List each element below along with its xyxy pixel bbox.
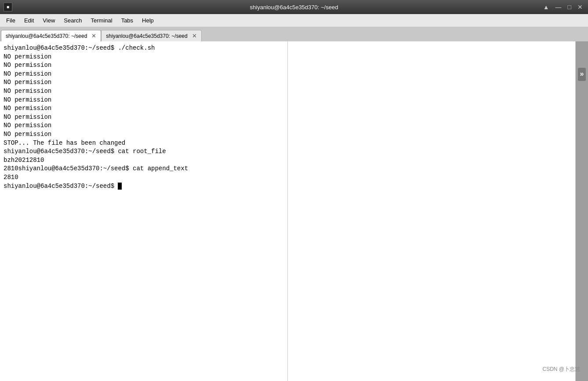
terminal-line: 2810shiyanlou@6a4c5e35d370:~/seed$ cat a… — [4, 165, 284, 173]
menu-view[interactable]: View — [38, 15, 59, 26]
window-controls: ▲ — □ ✕ — [541, 4, 584, 10]
tab-0[interactable]: shiyanlou@6a4c5e35d370: ~/seed ✕ — [1, 30, 101, 41]
tab-0-label: shiyanlou@6a4c5e35d370: ~/seed — [6, 33, 87, 39]
tab-1-label: shiyanlou@6a4c5e35d370: ~/seed — [106, 33, 187, 39]
terminal-line: shiyanlou@6a4c5e35d370:~/seed$ — [4, 182, 284, 191]
terminal-line: NO permission — [4, 96, 284, 105]
watermark: CSDN @卜忠慧 — [542, 366, 580, 373]
terminal-line: NO permission — [4, 78, 284, 87]
terminal-line: STOP... The file has been changed — [4, 139, 284, 148]
window-title: shiyanlou@6a4c5e35d370: ~/seed — [250, 4, 338, 11]
terminal-line: bzh20212810 — [4, 156, 284, 165]
terminal-output-left: shiyanlou@6a4c5e35d370:~/seed$ ./check.s… — [4, 44, 284, 190]
sidebar-arrow-icon[interactable]: » — [578, 68, 586, 81]
tab-1-close[interactable]: ✕ — [192, 33, 197, 39]
terminal-line: NO permission — [4, 61, 284, 70]
menu-bar: File Edit View Search Terminal Tabs Help — [0, 14, 588, 27]
terminal-line: shiyanlou@6a4c5e35d370:~/seed$ cat root_… — [4, 147, 284, 156]
terminal-line: shiyanlou@6a4c5e35d370:~/seed$ ./check.s… — [4, 44, 284, 53]
menu-edit[interactable]: Edit — [20, 15, 38, 26]
menu-search[interactable]: Search — [59, 15, 86, 26]
title-bar: ■ shiyanlou@6a4c5e35d370: ~/seed ▲ — □ ✕ — [0, 0, 588, 14]
tab-0-close[interactable]: ✕ — [91, 33, 96, 39]
terminal-pane-right[interactable] — [288, 41, 576, 381]
tab-1[interactable]: shiyanlou@6a4c5e35d370: ~/seed ✕ — [101, 30, 201, 41]
terminal-line: NO permission — [4, 70, 284, 79]
terminal-line: NO permission — [4, 53, 284, 62]
maximize-button[interactable]: □ — [566, 4, 573, 10]
menu-file[interactable]: File — [2, 15, 20, 26]
terminal-pane-left[interactable]: shiyanlou@6a4c5e35d370:~/seed$ ./check.s… — [0, 41, 288, 381]
sidebar-strip: » — [576, 41, 588, 381]
menu-terminal[interactable]: Terminal — [87, 15, 117, 26]
scroll-up-button[interactable]: ▲ — [541, 4, 551, 10]
terminal-line: NO permission — [4, 104, 284, 113]
main-area: shiyanlou@6a4c5e35d370:~/seed$ ./check.s… — [0, 41, 588, 381]
menu-help[interactable]: Help — [138, 15, 158, 26]
window-icon: ■ — [4, 3, 12, 11]
terminal-line: NO permission — [4, 87, 284, 96]
menu-tabs[interactable]: Tabs — [117, 15, 138, 26]
terminal-cursor — [118, 183, 122, 190]
terminal-line: NO permission — [4, 121, 284, 130]
minimize-button[interactable]: — — [554, 4, 563, 10]
close-button[interactable]: ✕ — [576, 4, 584, 10]
terminal-line: 2810 — [4, 173, 284, 182]
terminal-line: NO permission — [4, 113, 284, 122]
tab-bar: shiyanlou@6a4c5e35d370: ~/seed ✕ shiyanl… — [0, 27, 588, 41]
terminal-line: NO permission — [4, 130, 284, 139]
